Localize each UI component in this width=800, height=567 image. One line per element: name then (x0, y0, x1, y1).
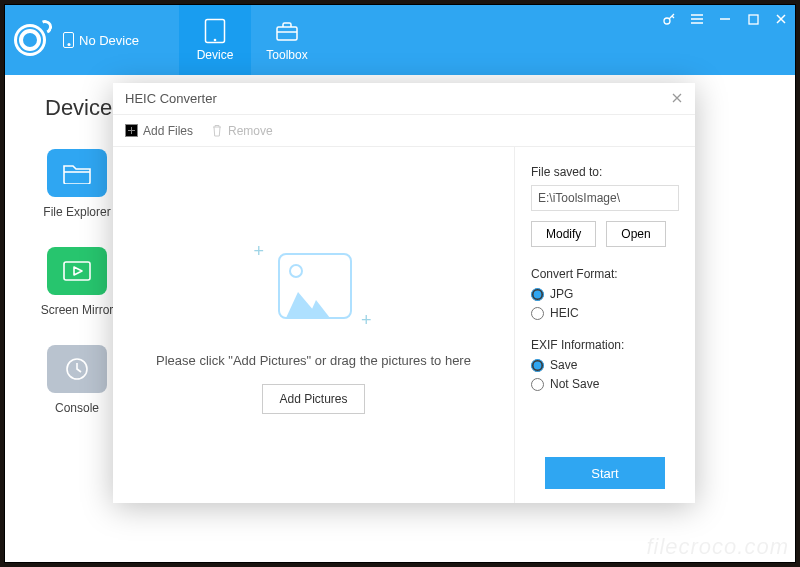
radio-jpg[interactable]: JPG (531, 287, 679, 301)
modal-close-button[interactable] (671, 91, 683, 107)
modal-sidebar: File saved to: Modify Open Convert Forma… (515, 147, 695, 503)
titlebar: No Device Device Toolbox (5, 5, 795, 75)
remove-button: Remove (211, 124, 273, 138)
tile-screen-mirror[interactable]: Screen Mirror (45, 247, 109, 317)
svg-rect-4 (749, 15, 758, 24)
dropzone[interactable]: + + Please click "Add Pictures" or drag … (113, 147, 515, 503)
app-logo (5, 5, 55, 75)
modify-button[interactable]: Modify (531, 221, 596, 247)
modal-body: + + Please click "Add Pictures" or drag … (113, 147, 695, 503)
device-status-label: No Device (79, 33, 139, 48)
modal-toolbar: Add Files Remove (113, 115, 695, 147)
image-placeholder-icon: + + (254, 237, 374, 337)
dropzone-hint: Please click "Add Pictures" or drag the … (156, 353, 471, 368)
saved-to-input[interactable] (531, 185, 679, 211)
saved-to-label: File saved to: (531, 165, 679, 179)
tile-console[interactable]: Console (45, 345, 109, 415)
tile-label: Console (55, 401, 99, 415)
svg-rect-5 (64, 262, 90, 280)
maximize-button[interactable] (745, 11, 761, 27)
clock-icon (47, 345, 107, 393)
exif-group: EXIF Information: Save Not Save (531, 338, 679, 391)
svg-rect-2 (277, 27, 297, 40)
close-button[interactable] (773, 11, 789, 27)
modal-title: HEIC Converter (125, 91, 217, 106)
modal-header: HEIC Converter (113, 83, 695, 115)
app-window: No Device Device Toolbox (4, 4, 796, 563)
trash-icon (211, 124, 223, 137)
plus-box-icon (125, 124, 138, 137)
start-button[interactable]: Start (545, 457, 665, 489)
watermark: filecroco.com (646, 534, 789, 560)
tablet-icon (202, 18, 228, 44)
menu-icon[interactable] (689, 11, 705, 27)
add-files-button[interactable]: Add Files (125, 124, 193, 138)
play-icon (47, 247, 107, 295)
convert-format-group: Convert Format: JPG HEIC (531, 267, 679, 320)
heic-converter-modal: HEIC Converter Add Files Remove + + (113, 83, 695, 503)
tab-device[interactable]: Device (179, 5, 251, 75)
tab-toolbox[interactable]: Toolbox (251, 5, 323, 75)
open-button[interactable]: Open (606, 221, 665, 247)
radio-heic[interactable]: HEIC (531, 306, 679, 320)
window-controls (661, 11, 789, 27)
key-icon[interactable] (661, 11, 677, 27)
tile-file-explorer[interactable]: File Explorer (45, 149, 109, 219)
radio-exif-notsave[interactable]: Not Save (531, 377, 679, 391)
tile-label: Screen Mirror (41, 303, 114, 317)
phone-icon (63, 32, 74, 48)
folder-icon (47, 149, 107, 197)
tile-label: File Explorer (43, 205, 110, 219)
radio-exif-save[interactable]: Save (531, 358, 679, 372)
nav-tabs: Device Toolbox (179, 5, 323, 75)
device-status[interactable]: No Device (63, 5, 139, 75)
svg-point-1 (214, 39, 217, 42)
minimize-button[interactable] (717, 11, 733, 27)
add-pictures-button[interactable]: Add Pictures (262, 384, 364, 414)
toolbox-icon (274, 18, 300, 44)
